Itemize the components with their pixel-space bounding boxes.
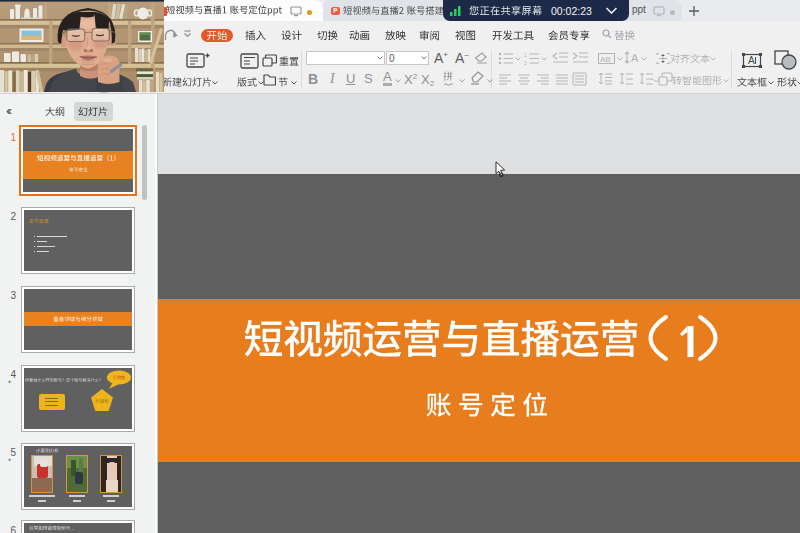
svg-text:1: 1 <box>524 52 527 58</box>
svg-text:A: A <box>748 55 755 66</box>
svg-text:A: A <box>631 52 639 64</box>
svg-text:3: 3 <box>524 60 527 65</box>
svg-text:AB: AB <box>600 55 611 64</box>
